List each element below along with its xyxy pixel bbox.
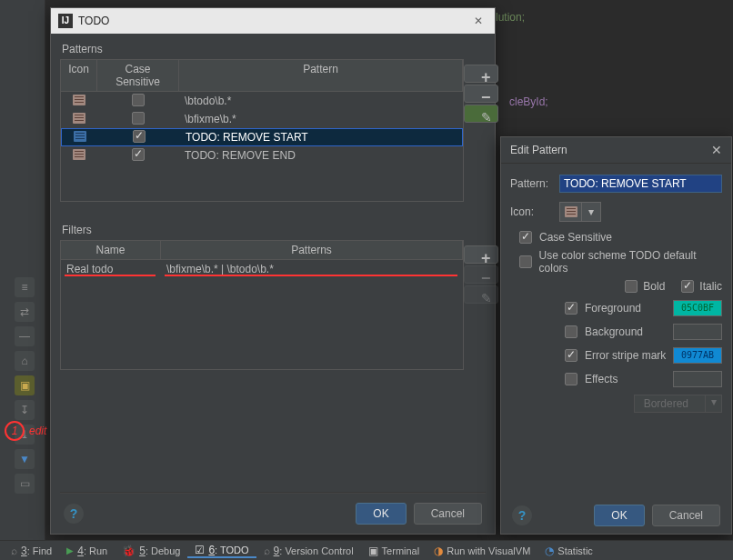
col-patterns: Patterns	[161, 241, 463, 259]
tool-icon[interactable]: ↧	[15, 400, 35, 420]
italic-checkbox[interactable]	[681, 280, 694, 293]
case-sensitive-checkbox[interactable]	[519, 231, 532, 244]
tool-icon: ⌕	[11, 545, 17, 557]
use-default-colors-label: Use color scheme TODO default colors	[539, 249, 722, 275]
filters-table-header: Name Patterns	[61, 241, 463, 260]
foreground-checkbox[interactable]	[565, 302, 577, 315]
filter-patterns-cell: \bfixme\b.* | \btodo\b.*	[161, 263, 463, 275]
status-bar-item[interactable]: ☑6: TODO	[187, 544, 256, 558]
background-color[interactable]	[673, 324, 722, 340]
tool-icon[interactable]: ▣	[15, 375, 35, 395]
chevron-down-icon: ▾	[582, 203, 600, 221]
filters-table: Name Patterns Real todo\bfixme\b.* | \bt…	[60, 240, 464, 370]
tool-icon[interactable]: ≡	[15, 277, 35, 297]
tool-window-icons: ≡ ⇄ — ⌂ ▣ ↧ ⤓ ▼ ▭	[15, 273, 38, 498]
col-icon: Icon	[61, 60, 97, 91]
status-bar: ⌕3: Find▶4: Run🐞5: Debug☑6: TODO⌕9: Vers…	[0, 540, 733, 560]
error-stripe-checkbox[interactable]	[565, 349, 577, 362]
filters-side-buttons: + − ✎	[464, 240, 486, 370]
case-sensitive-cell-checkbox[interactable]	[132, 112, 145, 125]
app-icon: IJ	[58, 14, 73, 28]
note-icon	[74, 131, 86, 142]
edit-pattern-popup: Edit Pattern ✕ Pattern: Icon: ▾ Case Sen…	[500, 136, 732, 535]
popup-title-bar: Edit Pattern ✕	[501, 137, 731, 164]
case-sensitive-cell-checkbox[interactable]	[132, 94, 145, 106]
table-row[interactable]: Real todo\bfixme\b.* | \btodo\b.*	[61, 260, 463, 278]
background-label: Background	[585, 325, 673, 338]
help-icon[interactable]: ?	[64, 504, 84, 524]
icon-label: Icon:	[510, 205, 559, 218]
effects-checkbox[interactable]	[565, 373, 577, 385]
bug-icon: 🐞	[122, 545, 136, 557]
tool-icon[interactable]: ⇄	[15, 302, 35, 322]
case-sensitive-cell-checkbox[interactable]	[133, 130, 146, 143]
error-stripe-label: Error stripe mark	[585, 349, 673, 362]
pattern-input[interactable]	[559, 175, 722, 193]
bold-checkbox[interactable]	[625, 280, 638, 293]
remove-filter-button[interactable]: −	[464, 265, 498, 284]
status-bar-item[interactable]: ▣Terminal	[361, 545, 427, 557]
remove-pattern-button[interactable]: −	[464, 85, 498, 103]
tool-icon[interactable]: —	[15, 326, 35, 346]
tool-filter-icon[interactable]: ▼	[15, 449, 35, 469]
statistic-icon: ◔	[545, 545, 554, 557]
effects-type-combo[interactable]: Bordered ▾	[634, 395, 722, 413]
chevron-down-icon: ▾	[705, 395, 721, 412]
patterns-table-header: Icon Case Sensitive Pattern	[61, 60, 463, 92]
status-bar-item[interactable]: 🐞5: Debug	[115, 545, 187, 557]
status-bar-item[interactable]: ▶4: Run	[59, 545, 115, 557]
ok-button[interactable]: OK	[594, 505, 644, 526]
effects-color[interactable]	[673, 371, 722, 387]
cancel-button[interactable]: Cancel	[414, 503, 482, 525]
dialog-title-bar: IJ TODO ✕	[51, 8, 495, 34]
dialog-title: TODO	[78, 15, 469, 27]
pattern-cell: TODO: REMOVE START	[180, 131, 462, 144]
patterns-side-buttons: + − ✎	[464, 59, 486, 202]
patterns-table: Icon Case Sensitive Pattern \btodo\b.*\b…	[60, 59, 464, 202]
editor-text-bg-2: cleById;	[509, 95, 548, 108]
edit-pattern-button[interactable]: ✎	[464, 105, 498, 123]
filter-name-cell: Real todo	[61, 263, 161, 275]
add-pattern-button[interactable]: +	[464, 65, 498, 83]
table-row[interactable]: TODO: REMOVE START	[61, 128, 463, 146]
popup-footer: ? OK Cancel	[501, 505, 731, 526]
note-icon	[73, 113, 85, 124]
filters-section-label: Filters	[51, 215, 495, 240]
help-icon[interactable]: ?	[512, 505, 532, 525]
note-icon	[73, 95, 85, 105]
status-bar-item[interactable]: ◔Statistic	[537, 545, 600, 557]
tool-icon[interactable]: ▭	[15, 474, 35, 494]
table-row[interactable]: \bfixme\b.*	[61, 110, 463, 128]
handdrawn-annotation: 1 edit	[5, 418, 46, 441]
edit-filter-button[interactable]: ✎	[464, 285, 498, 304]
error-stripe-color[interactable]: 0977AB	[673, 347, 722, 364]
cancel-button[interactable]: Cancel	[652, 505, 720, 526]
table-row[interactable]: \btodo\b.*	[61, 92, 463, 110]
run-icon: ▶	[66, 545, 74, 555]
close-icon[interactable]: ✕	[711, 143, 722, 157]
background-checkbox[interactable]	[565, 325, 577, 338]
editor-text-bg: lution;	[496, 11, 525, 24]
icon-picker[interactable]: ▾	[559, 202, 601, 222]
pattern-cell: TODO: REMOVE END	[179, 149, 463, 162]
patterns-section-label: Patterns	[51, 34, 495, 59]
ok-button[interactable]: OK	[356, 503, 406, 525]
case-sensitive-cell-checkbox[interactable]	[132, 148, 145, 161]
bold-label: Bold	[643, 280, 665, 293]
foreground-color[interactable]: 05C0BF	[673, 300, 722, 316]
status-bar-item[interactable]: ⌕9: Version Control	[256, 545, 361, 557]
status-bar-item[interactable]: ◑Run with VisualVM	[427, 545, 537, 557]
dialog-footer: ? OK Cancel	[51, 503, 495, 525]
tool-icon: ⌕	[264, 545, 270, 557]
visualvm-icon: ◑	[434, 545, 443, 557]
tool-icon[interactable]: ⌂	[15, 351, 35, 371]
todo-settings-dialog: IJ TODO ✕ Patterns Icon Case Sensitive P…	[50, 7, 496, 535]
close-icon[interactable]: ✕	[469, 15, 487, 27]
add-filter-button[interactable]: +	[464, 245, 498, 264]
todo-icon: ☑	[195, 544, 205, 556]
status-bar-item[interactable]: ⌕3: Find	[4, 545, 59, 557]
effects-label: Effects	[585, 373, 673, 385]
use-default-colors-checkbox[interactable]	[519, 255, 532, 268]
note-icon	[73, 149, 85, 160]
table-row[interactable]: TODO: REMOVE END	[61, 146, 463, 165]
